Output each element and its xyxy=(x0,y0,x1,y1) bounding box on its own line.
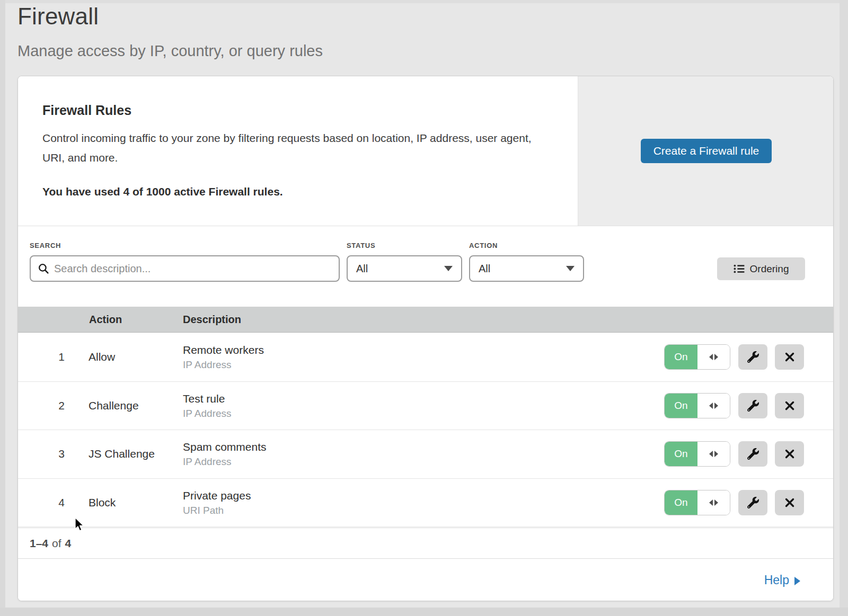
status-label: STATUS xyxy=(347,242,375,249)
table-header: Action Description xyxy=(18,307,833,333)
table-row: 1 Allow Remote workers IP Address On xyxy=(18,333,833,382)
rule-priority: 1 xyxy=(50,351,73,363)
pagination: 1–4 of 4 xyxy=(18,528,833,558)
rule-description: Remote workers xyxy=(183,344,264,356)
rule-action: Block xyxy=(89,496,116,509)
left-right-arrows-icon xyxy=(697,490,730,515)
firewall-rules-usage: You have used 4 of 1000 active Firewall … xyxy=(42,185,283,198)
action-selected-value: All xyxy=(479,263,490,275)
rule-description-cell: Remote workers IP Address xyxy=(183,344,264,371)
help-link[interactable]: Help xyxy=(764,573,800,587)
rule-toggle[interactable]: On xyxy=(664,393,730,418)
close-icon xyxy=(784,400,795,411)
rule-toggle[interactable]: On xyxy=(664,344,730,370)
status-selected-value: All xyxy=(356,263,368,275)
wrench-icon xyxy=(747,351,759,363)
intro-side-panel: Create a Firewall rule xyxy=(578,76,834,226)
rule-match-type: IP Address xyxy=(183,407,232,419)
toggle-on-label: On xyxy=(665,394,697,418)
action-select[interactable]: All xyxy=(469,255,584,282)
page-title: Firewall xyxy=(17,3,99,30)
delete-rule-button[interactable] xyxy=(775,344,804,370)
search-input[interactable] xyxy=(54,263,331,275)
help-link-label: Help xyxy=(764,573,789,587)
rule-description-cell: Spam comments IP Address xyxy=(183,441,267,468)
ordered-list-icon xyxy=(734,264,745,273)
intro-section: Firewall Rules Control incoming traffic … xyxy=(18,76,833,226)
pagination-range: 1–4 xyxy=(30,537,48,550)
wrench-icon xyxy=(747,400,759,412)
rule-priority: 2 xyxy=(50,399,73,412)
table-row: 4 Block Private pages URI Path On xyxy=(18,479,833,528)
page-subtitle: Manage access by IP, country, or query r… xyxy=(17,42,323,60)
left-right-arrows-icon xyxy=(697,345,730,369)
chevron-down-icon xyxy=(444,266,453,271)
close-icon xyxy=(784,352,795,362)
help-row: Help xyxy=(18,558,833,601)
rule-action: JS Challenge xyxy=(89,448,155,460)
arrow-right-icon xyxy=(794,577,800,585)
section-divider xyxy=(18,226,833,226)
wrench-icon xyxy=(747,497,759,508)
delete-rule-button[interactable] xyxy=(775,490,804,515)
page-edge-top xyxy=(0,0,848,3)
delete-rule-button[interactable] xyxy=(775,441,804,467)
rule-match-type: IP Address xyxy=(183,359,264,371)
rule-description-cell: Test rule IP Address xyxy=(183,392,232,419)
toggle-on-label: On xyxy=(665,345,697,369)
status-select[interactable]: All xyxy=(347,255,462,282)
edit-rule-button[interactable] xyxy=(738,441,767,467)
rule-toggle[interactable]: On xyxy=(664,490,730,515)
rule-description: Private pages xyxy=(183,489,251,502)
edit-rule-button[interactable] xyxy=(738,344,767,370)
close-icon xyxy=(784,449,795,459)
firewall-rules-description: Control incoming traffic to your zone by… xyxy=(42,128,549,167)
search-label: SEARCH xyxy=(30,242,61,249)
pagination-total: 4 xyxy=(65,537,72,550)
search-icon xyxy=(38,263,49,274)
rule-action: Challenge xyxy=(89,399,139,412)
left-right-arrows-icon xyxy=(697,394,730,418)
rule-match-type: URI Path xyxy=(183,504,251,516)
table-body: 1 Allow Remote workers IP Address On 2 C… xyxy=(18,333,833,527)
firewall-rules-heading: Firewall Rules xyxy=(42,103,131,118)
rule-description: Test rule xyxy=(183,392,232,405)
close-icon xyxy=(784,497,795,508)
edit-rule-button[interactable] xyxy=(738,490,767,515)
page-edge-left xyxy=(0,0,5,616)
ordering-button[interactable]: Ordering xyxy=(717,257,805,280)
ordering-button-label: Ordering xyxy=(750,263,789,275)
rule-priority: 3 xyxy=(50,448,73,460)
toggle-on-label: On xyxy=(665,442,697,466)
page-edge-bottom xyxy=(0,608,848,616)
delete-rule-button[interactable] xyxy=(775,393,804,418)
rule-description: Spam comments xyxy=(183,441,267,453)
chevron-down-icon xyxy=(566,266,575,271)
column-header-action: Action xyxy=(89,314,122,326)
toggle-on-label: On xyxy=(665,490,697,515)
edit-rule-button[interactable] xyxy=(738,393,767,418)
rule-action: Allow xyxy=(89,351,115,363)
firewall-rules-card: Firewall Rules Control incoming traffic … xyxy=(17,76,834,601)
rule-match-type: IP Address xyxy=(183,456,267,468)
table-row: 3 JS Challenge Spam comments IP Address … xyxy=(18,430,833,479)
left-right-arrows-icon xyxy=(697,442,730,466)
wrench-icon xyxy=(747,448,759,460)
create-firewall-rule-button[interactable]: Create a Firewall rule xyxy=(641,139,772,163)
rule-description-cell: Private pages URI Path xyxy=(183,489,251,516)
rule-priority: 4 xyxy=(50,496,73,509)
action-label: ACTION xyxy=(469,242,498,249)
page-edge-right xyxy=(840,0,848,616)
pagination-of: of xyxy=(52,537,61,550)
column-header-description: Description xyxy=(183,314,241,326)
search-box xyxy=(30,255,340,282)
table-row: 2 Challenge Test rule IP Address On xyxy=(18,382,833,431)
rule-toggle[interactable]: On xyxy=(664,441,730,467)
